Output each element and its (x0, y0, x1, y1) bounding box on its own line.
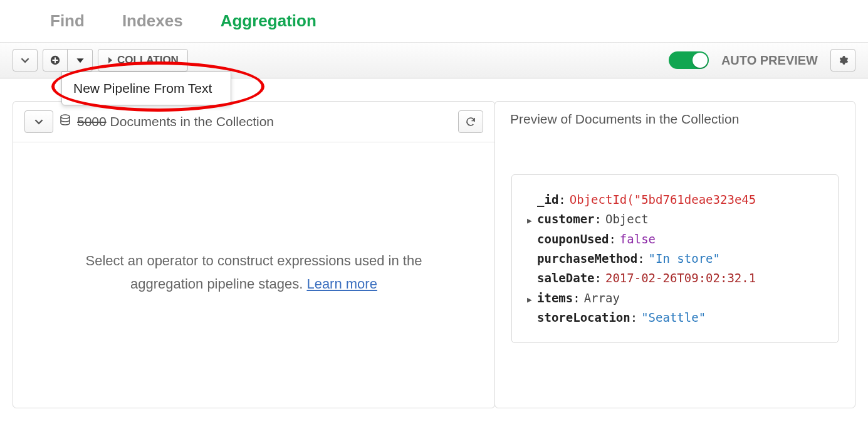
preview-pane: Preview of Documents in the Collection _… (494, 101, 855, 408)
expand-icon[interactable]: ▶ (527, 214, 537, 227)
caret-right-icon (107, 56, 113, 64)
svg-point-1 (61, 115, 70, 119)
plus-circle-icon (50, 55, 61, 66)
preview-title: Preview of Documents in the Collection (495, 102, 855, 137)
expand-icon[interactable]: ▶ (527, 293, 537, 306)
refresh-button[interactable] (458, 110, 483, 133)
menu-item-new-pipeline-from-text[interactable]: New Pipeline From Text (62, 72, 231, 105)
learn-more-link[interactable]: Learn more (306, 276, 377, 292)
auto-preview-toggle[interactable] (669, 51, 709, 69)
add-pipeline-button[interactable] (43, 49, 68, 72)
stage-placeholder: Select an operator to construct expressi… (13, 142, 494, 296)
collation-label: COLLATION (117, 54, 179, 66)
collapse-stage-button[interactable] (24, 110, 53, 133)
main-content: 5000 Documents in the Collection Select … (0, 78, 868, 421)
caret-down-icon (76, 56, 85, 65)
chevron-down-icon (34, 117, 43, 126)
pipeline-dropdown-menu: New Pipeline From Text (61, 72, 231, 105)
tab-find[interactable]: Find (50, 11, 85, 31)
gear-icon (837, 55, 849, 66)
pipeline-controls (43, 49, 93, 72)
collation-button[interactable]: COLLATION (98, 49, 188, 72)
tab-indexes[interactable]: Indexes (122, 11, 183, 31)
chevron-down-icon (21, 56, 29, 65)
pipeline-menu-button[interactable] (68, 49, 93, 72)
settings-button[interactable] (830, 49, 855, 72)
auto-preview-label: AUTO PREVIEW (721, 53, 818, 68)
preview-document: _id:ObjectId("5bd761deae323e45 ▶customer… (511, 174, 839, 343)
tab-bar: Find Indexes Aggregation (0, 0, 868, 43)
toolbar: COLLATION AUTO PREVIEW New Pipeline From… (0, 43, 868, 78)
document-count: 5000 Documents in the Collection (77, 114, 274, 129)
stage-header: 5000 Documents in the Collection (13, 102, 494, 142)
database-icon (60, 114, 71, 130)
refresh-icon (465, 116, 476, 127)
history-dropdown-button[interactable] (13, 49, 38, 72)
tab-aggregation[interactable]: Aggregation (221, 11, 316, 31)
pipeline-stage-pane: 5000 Documents in the Collection Select … (13, 101, 495, 408)
